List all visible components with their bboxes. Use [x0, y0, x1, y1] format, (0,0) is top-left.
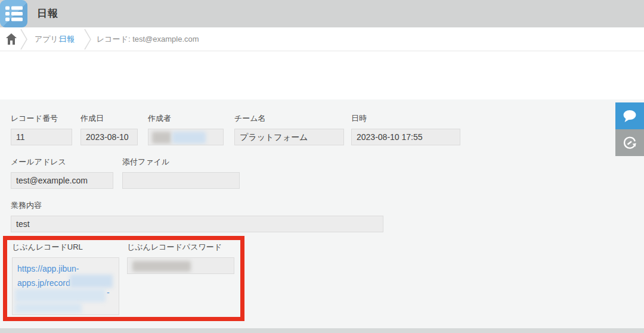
- field-value-box: test: [11, 216, 383, 232]
- comment-bubble-icon: [622, 109, 637, 123]
- app-menu-icon[interactable]: [0, 0, 27, 27]
- list-icon: [0, 0, 27, 27]
- field-value-box: 11: [11, 129, 72, 145]
- field-record-password: じぶんレコードパスワード: [127, 242, 234, 274]
- field-label: 日時: [351, 113, 460, 124]
- comments-button[interactable]: [615, 102, 644, 129]
- field-value-box-redacted: [127, 257, 234, 274]
- redaction-blur: [132, 261, 191, 272]
- record-url-link[interactable]: https://app.jibun-: [17, 262, 114, 276]
- history-clock-icon: [622, 135, 637, 151]
- field-label: じぶんレコードURL: [12, 242, 119, 253]
- redaction-blur: [152, 132, 171, 144]
- field-label: チーム名: [234, 113, 344, 124]
- field-value-box: 2023-08-10: [80, 129, 138, 145]
- field-value-box-redacted: [148, 129, 224, 145]
- field-label: レコード番号: [11, 113, 72, 124]
- field-label: 添付ファイル: [122, 157, 240, 167]
- breadcrumb-app-prefix: アプリ:: [35, 27, 61, 51]
- breadcrumb-record-crumb: レコード: test@example.com: [97, 27, 199, 51]
- redaction-blur: [70, 275, 113, 288]
- field-label: メールアドレス: [11, 157, 113, 167]
- redaction-blur: [172, 132, 206, 144]
- field-value-box: プラットフォーム: [234, 129, 344, 145]
- home-icon[interactable]: [6, 33, 17, 45]
- field-datetime: 日時 2023-08-10 17:55: [351, 113, 460, 145]
- header-bar: 日報: [0, 0, 644, 27]
- field-record-number: レコード番号 11: [11, 113, 72, 145]
- chevron-separator-icon: [84, 29, 91, 50]
- field-value-box-url: https://app.jibun- apps.jp/record -: [12, 257, 119, 315]
- redaction-blur: [15, 303, 82, 313]
- field-label: 作成者: [148, 113, 224, 124]
- bottom-divider: [0, 328, 644, 333]
- breadcrumb-app-link[interactable]: 日報: [59, 27, 75, 51]
- field-label: じぶんレコードパスワード: [127, 242, 234, 253]
- redacted-url-suffix: -: [107, 288, 110, 297]
- field-label: 作成日: [80, 113, 138, 124]
- field-value-box: 2023-08-10 17:55: [351, 129, 460, 145]
- field-team-name: チーム名 プラットフォーム: [234, 113, 344, 145]
- field-email: メールアドレス test@example.com: [11, 157, 113, 189]
- record-detail-page: 日報 アプリ: 日報 レコード: test@example.com: [0, 0, 644, 333]
- field-created-date: 作成日 2023-08-10: [80, 113, 138, 145]
- history-button[interactable]: [615, 129, 644, 156]
- field-work-content: 業務内容 test: [11, 200, 383, 232]
- page-title: 日報: [37, 0, 58, 27]
- redaction-blur: [15, 289, 106, 302]
- field-value-box: test@example.com: [11, 172, 113, 189]
- chevron-separator-icon: [20, 29, 27, 50]
- field-creator: 作成者: [148, 113, 224, 145]
- field-value-box: [122, 172, 240, 189]
- breadcrumb: アプリ: 日報 レコード: test@example.com: [0, 27, 644, 51]
- field-attachment: 添付ファイル: [122, 157, 240, 189]
- field-label: 業務内容: [11, 200, 383, 211]
- field-record-url: じぶんレコードURL https://app.jibun- apps.jp/re…: [12, 242, 119, 315]
